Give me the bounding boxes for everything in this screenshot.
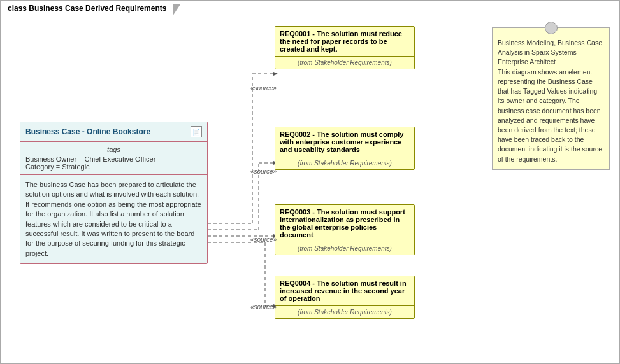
business-case-body: The business Case has been prepared to a…	[20, 175, 207, 263]
req3-header: REQ0003 - The solution must support inte…	[275, 205, 414, 242]
business-case-box: Business Case - Online Bookstore 📄 tags …	[20, 122, 208, 264]
req4-footer: (from Stakeholder Requirements)	[275, 306, 414, 318]
req4-header: REQ0004 - The solution must result in in…	[275, 276, 414, 306]
note-circle-icon	[545, 22, 558, 34]
req-box-2: REQ0002 - The solution must comply with …	[275, 127, 415, 170]
source-label-4: «source»	[250, 304, 277, 311]
tag2: Category = Strategic	[25, 163, 202, 171]
req1-footer: (from Stakeholder Requirements)	[275, 57, 414, 69]
doc-icon: 📄	[191, 126, 202, 137]
business-case-tags: tags Business Owner = Chief Executive Of…	[20, 142, 207, 175]
business-case-header: Business Case - Online Bookstore 📄	[20, 122, 207, 142]
note-box: Business Modeling, Business Case Analysi…	[492, 27, 610, 170]
tags-label: tags	[25, 146, 202, 153]
diagram-container: class Business Case Derived Requirements…	[0, 0, 620, 364]
req2-footer: (from Stakeholder Requirements)	[275, 157, 414, 169]
source-label-3: «source»	[250, 236, 277, 243]
note-content: Business Modeling, Business Case Analysi…	[498, 39, 602, 163]
req-box-4: REQ0004 - The solution must result in in…	[275, 276, 415, 319]
source-label-1: «source»	[250, 85, 277, 92]
req1-header: REQ0001 - The solution must reduce the n…	[275, 27, 414, 57]
source-label-2: «source»	[250, 168, 277, 175]
req-box-1: REQ0001 - The solution must reduce the n…	[275, 26, 415, 69]
svg-marker-3	[273, 72, 278, 76]
tag1: Business Owner = Chief Executive Officer	[25, 155, 202, 163]
note-text: Business Modeling, Business Case Analysi…	[498, 38, 604, 164]
req2-header: REQ0002 - The solution must comply with …	[275, 127, 414, 157]
business-case-title: Business Case - Online Bookstore	[25, 127, 150, 136]
req-box-3: REQ0003 - The solution must support inte…	[275, 204, 415, 255]
diagram-title: class Business Case Derived Requirements	[1, 1, 173, 15]
req3-footer: (from Stakeholder Requirements)	[275, 242, 414, 255]
